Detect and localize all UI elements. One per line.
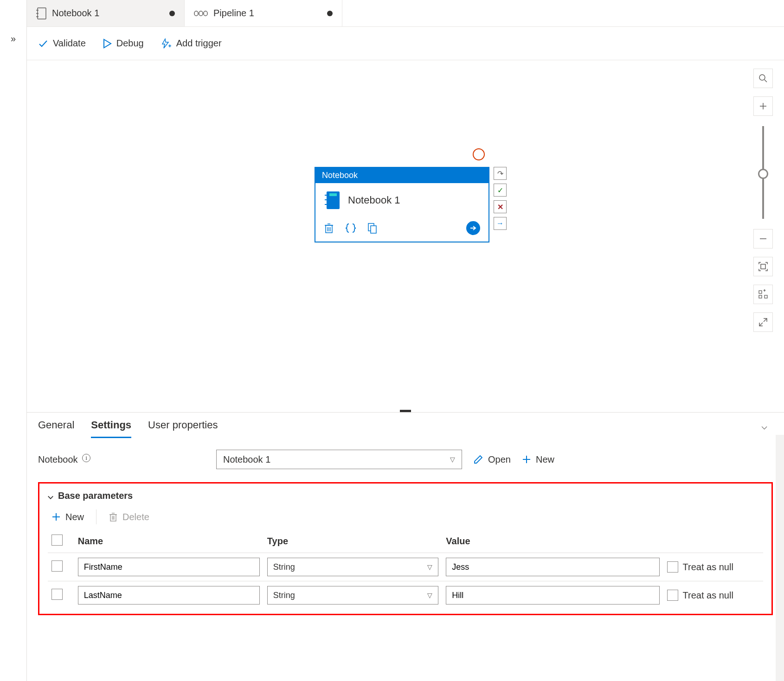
expand-rail-icon[interactable]: » <box>11 33 16 44</box>
pencil-icon <box>473 454 483 465</box>
param-type-select[interactable]: String ▽ <box>267 586 439 605</box>
svg-rect-0 <box>38 8 46 19</box>
tab-pipeline[interactable]: Pipeline 1 <box>185 0 342 26</box>
delete-activity-icon[interactable] <box>324 223 334 234</box>
zoom-slider[interactable] <box>762 126 764 219</box>
copy-icon[interactable] <box>367 223 378 234</box>
validate-label: Validate <box>53 38 86 49</box>
dependency-handles: ↷ ✓ ✕ → <box>491 167 507 230</box>
svg-line-36 <box>759 323 763 326</box>
param-name-input[interactable] <box>78 558 260 576</box>
add-trigger-label: Add trigger <box>176 38 222 49</box>
svg-rect-30 <box>761 264 765 269</box>
param-value-input[interactable] <box>446 558 659 576</box>
svg-marker-7 <box>104 39 111 48</box>
fullscreen-button[interactable] <box>753 312 773 332</box>
notebook-field-label: Notebook i <box>38 454 205 465</box>
add-trigger-button[interactable]: Add trigger <box>161 38 222 49</box>
svg-rect-4 <box>194 11 198 16</box>
treat-as-null-label: Treat as null <box>683 590 733 601</box>
new-parameter-button[interactable]: New <box>51 512 84 522</box>
lightning-plus-icon <box>161 38 172 49</box>
collapse-panel-icon[interactable]: ⌵ <box>761 420 767 432</box>
activity-node-notebook[interactable]: Notebook Notebook 1 <box>315 167 489 242</box>
base-parameters-section: ⌵ Base parameters New <box>38 482 773 615</box>
svg-marker-8 <box>162 39 168 48</box>
base-parameters-header[interactable]: ⌵ Base parameters <box>48 490 763 501</box>
svg-rect-6 <box>204 11 207 16</box>
trash-icon <box>109 512 118 522</box>
notebook-select[interactable]: Notebook 1 ▽ <box>216 450 462 469</box>
param-name-input[interactable] <box>78 586 260 605</box>
plus-icon <box>522 455 531 464</box>
col-type: Type <box>263 530 443 553</box>
braces-icon[interactable] <box>345 223 356 234</box>
dirty-indicator-icon <box>327 11 333 16</box>
breakpoint-circle-icon[interactable] <box>473 148 485 160</box>
open-notebook-button[interactable]: Open <box>473 454 511 465</box>
zoom-slider-thumb[interactable] <box>758 169 768 179</box>
activity-title: Notebook 1 <box>348 194 400 206</box>
treat-as-null-label: Treat as null <box>683 562 733 573</box>
canvas-area: Notebook Notebook 1 <box>27 60 784 412</box>
chevron-down-icon: ▽ <box>450 456 455 463</box>
debug-button[interactable]: Debug <box>103 38 144 49</box>
chevron-down-icon: ⌵ <box>48 490 53 501</box>
pipeline-icon <box>194 8 208 19</box>
plus-icon <box>51 512 61 522</box>
activity-type-label: Notebook <box>315 168 488 183</box>
svg-line-26 <box>765 80 767 82</box>
properties-panel: General Settings User properties ⌵ Noteb… <box>27 412 784 681</box>
tab-general[interactable]: General <box>38 419 74 438</box>
info-icon[interactable]: i <box>82 454 90 462</box>
select-all-checkbox[interactable] <box>51 535 63 546</box>
failure-handle-icon[interactable]: ✕ <box>494 200 507 213</box>
open-activity-icon[interactable] <box>466 221 480 235</box>
svg-rect-12 <box>329 193 337 196</box>
treat-as-null-checkbox[interactable] <box>667 590 678 601</box>
completion-handle-icon[interactable]: ↷ <box>494 167 507 180</box>
search-canvas-button[interactable] <box>753 69 773 88</box>
col-value: Value <box>442 530 663 553</box>
svg-line-35 <box>764 318 767 322</box>
skip-handle-icon[interactable]: → <box>494 217 507 230</box>
tab-notebook[interactable]: Notebook 1 <box>27 0 185 26</box>
notebook-icon <box>36 7 46 19</box>
dirty-indicator-icon <box>169 11 175 16</box>
left-rail: » <box>0 0 27 681</box>
col-name: Name <box>74 530 263 553</box>
vertical-scrollbar[interactable] <box>776 435 784 681</box>
svg-rect-23 <box>371 226 376 233</box>
parameter-row: String ▽ Treat as null <box>48 553 763 581</box>
param-type-select[interactable]: String ▽ <box>267 558 439 576</box>
notebook-select-value: Notebook 1 <box>223 454 270 465</box>
zoom-out-button[interactable] <box>753 229 773 248</box>
debug-label: Debug <box>116 38 144 49</box>
delete-parameter-button[interactable]: Delete <box>109 512 149 522</box>
row-checkbox[interactable] <box>51 589 63 600</box>
zoom-in-button[interactable] <box>753 96 773 116</box>
design-canvas[interactable]: Notebook Notebook 1 <box>27 60 784 412</box>
tab-user-properties[interactable]: User properties <box>148 419 218 438</box>
parameter-row: String ▽ Treat as null <box>48 581 763 610</box>
document-tabs: Notebook 1 Pipeline 1 <box>27 0 784 27</box>
svg-rect-32 <box>759 295 762 298</box>
notebook-block-icon <box>324 191 341 210</box>
fit-screen-button[interactable] <box>753 257 773 276</box>
tab-settings[interactable]: Settings <box>91 419 131 438</box>
parameters-table: Name Type Value <box>48 530 763 609</box>
main-area: Notebook 1 Pipeline 1 Validate <box>27 0 784 681</box>
param-value-input[interactable] <box>446 586 659 605</box>
check-icon <box>38 38 48 49</box>
row-checkbox[interactable] <box>51 560 63 572</box>
svg-rect-31 <box>759 291 762 293</box>
chevron-down-icon: ▽ <box>427 563 432 571</box>
validate-button[interactable]: Validate <box>38 38 86 49</box>
chevron-down-icon: ▽ <box>427 592 432 599</box>
svg-rect-5 <box>199 11 203 16</box>
success-handle-icon[interactable]: ✓ <box>494 184 507 197</box>
treat-as-null-checkbox[interactable] <box>667 561 678 573</box>
new-notebook-button[interactable]: New <box>522 454 554 465</box>
auto-arrange-button[interactable] <box>753 285 773 304</box>
tab-notebook-label: Notebook 1 <box>52 8 99 19</box>
